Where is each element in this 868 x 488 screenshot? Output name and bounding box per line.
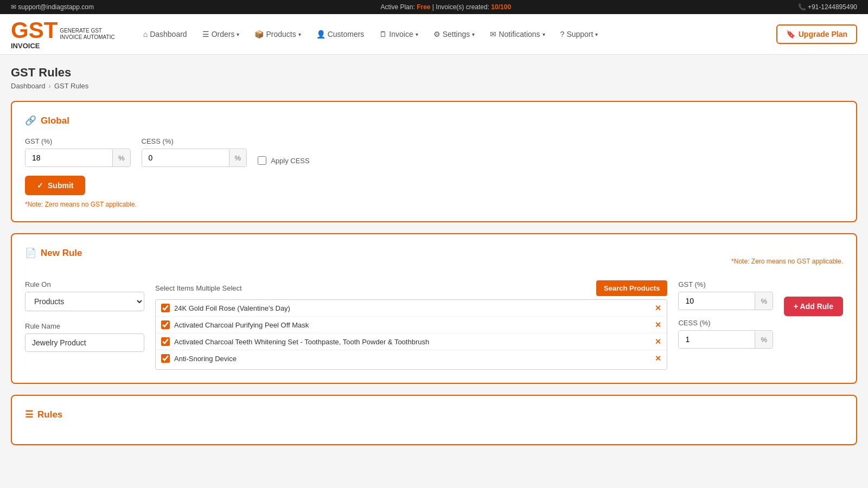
nav-invoice[interactable]: 🗒 Invoice ▾ xyxy=(373,25,424,43)
apply-cess-checkbox[interactable] xyxy=(258,156,266,165)
cess-percent-icon: % xyxy=(229,150,247,166)
new-rule-cess-input-wrapper: % xyxy=(678,330,773,349)
item-label-1: 24K Gold Foil Rose (Valentine's Day) xyxy=(174,304,650,312)
new-rule-header: 📄 New Rule *Note: Zero means no GST appl… xyxy=(25,247,843,269)
item-label-3: Activated Charcoal Teeth Whitening Set -… xyxy=(174,338,650,346)
item-remove-1[interactable]: ✕ xyxy=(655,304,661,312)
rules-title: ☰ Rules xyxy=(25,409,843,420)
cess-input-wrapper: % xyxy=(142,149,247,167)
submit-button[interactable]: ✓ Submit xyxy=(25,176,85,195)
cess-input[interactable] xyxy=(142,149,229,166)
new-rule-form: Rule On Products Customers Categories Ru… xyxy=(25,280,843,370)
orders-icon: ☰ xyxy=(202,30,209,38)
list-item: 24K Gold Foil Rose (Valentine's Day) ✕ xyxy=(156,300,667,317)
logo-gst: GST xyxy=(11,19,58,42)
support-email: ✉ support@indiagstapp.com xyxy=(11,3,94,11)
items-list[interactable]: 24K Gold Foil Rose (Valentine's Day) ✕ A… xyxy=(155,299,667,370)
rule-name-form-group: Rule Name xyxy=(25,322,144,352)
new-rule-cess-input[interactable] xyxy=(679,331,755,348)
select-items-group: Select Items Multiple Select Search Prod… xyxy=(155,280,667,370)
rules-icon: ☰ xyxy=(25,409,33,420)
new-rule-gst-input-wrapper: % xyxy=(678,292,773,310)
new-rule-gst-input[interactable] xyxy=(679,292,755,310)
page-content: GST Rules Dashboard › GST Rules 🔗 Global… xyxy=(0,55,868,467)
global-card-title: 🔗 Global xyxy=(25,115,843,126)
rule-name-input[interactable] xyxy=(25,333,144,352)
new-rule-note: *Note: Zero means no GST applicable. xyxy=(731,258,843,265)
new-rule-gst-group: GST (%) % xyxy=(678,280,773,310)
upgrade-icon: 🔖 xyxy=(786,30,795,38)
logo[interactable]: GST INVOICE GENERATE GSTINVOICE AUTOMATI… xyxy=(11,19,115,50)
breadcrumb-separator: › xyxy=(49,82,51,90)
nav-support[interactable]: ? Support ▾ xyxy=(554,25,605,43)
new-rule-icon: 📄 xyxy=(25,247,36,259)
invoice-chevron: ▾ xyxy=(416,31,418,37)
add-rule-wrapper: + Add Rule xyxy=(784,280,843,316)
nav-links: ⌂ Dashboard ☰ Orders ▾ 📦 Products ▾ 👤 Cu… xyxy=(137,24,857,44)
cess-group: CESS (%) % xyxy=(142,137,247,167)
navbar: GST INVOICE GENERATE GSTINVOICE AUTOMATI… xyxy=(0,14,868,55)
logo-tagline: GENERATE GSTINVOICE AUTOMATIC xyxy=(60,28,114,41)
item-checkbox-1[interactable] xyxy=(161,304,170,312)
select-items-header: Select Items Multiple Select Search Prod… xyxy=(155,280,667,296)
nav-dashboard[interactable]: ⌂ Dashboard xyxy=(137,25,194,43)
breadcrumb: Dashboard › GST Rules xyxy=(11,82,857,90)
customers-icon: 👤 xyxy=(316,30,326,38)
rules-card: ☰ Rules xyxy=(11,395,857,445)
item-checkbox-3[interactable] xyxy=(161,337,170,346)
apply-cess-row: Apply CESS xyxy=(258,156,310,167)
gst-input[interactable] xyxy=(25,149,112,166)
invoice-icon: 🗒 xyxy=(379,30,387,38)
notifications-icon: ✉ xyxy=(490,30,496,38)
settings-chevron: ▾ xyxy=(472,31,475,37)
home-icon: ⌂ xyxy=(143,30,148,38)
list-item: Anti-Snoring Device ✕ xyxy=(156,350,667,367)
new-rule-gst-cess-group: GST (%) % CESS (%) % xyxy=(678,280,773,349)
support-chevron: ▾ xyxy=(595,31,598,37)
global-icon: 🔗 xyxy=(25,115,36,126)
gst-group: GST (%) % xyxy=(25,137,131,167)
item-remove-2[interactable]: ✕ xyxy=(655,320,661,329)
new-rule-gst-label: GST (%) xyxy=(678,280,773,288)
item-remove-4[interactable]: ✕ xyxy=(655,354,661,363)
notifications-chevron: ▾ xyxy=(542,31,545,37)
new-rule-title: 📄 New Rule xyxy=(25,247,82,259)
list-item: Activated Charcoal Teeth Whitening Set -… xyxy=(156,333,667,350)
add-rule-button[interactable]: + Add Rule xyxy=(784,297,843,316)
gst-label: GST (%) xyxy=(25,137,131,145)
nav-products[interactable]: 📦 Products ▾ xyxy=(248,25,307,43)
breadcrumb-home[interactable]: Dashboard xyxy=(11,82,46,90)
list-item: Activated Charcoal Purifying Peel Off Ma… xyxy=(156,317,667,333)
phone-icon: 📞 xyxy=(798,3,806,11)
upgrade-button[interactable]: 🔖 Upgrade Plan xyxy=(776,24,857,44)
phone-number: 📞 +91-1244895490 xyxy=(798,3,857,11)
rule-on-group: Rule On Products Customers Categories Ru… xyxy=(25,280,144,352)
nav-orders[interactable]: ☰ Orders ▾ xyxy=(196,25,246,43)
search-products-button[interactable]: Search Products xyxy=(596,280,667,296)
top-bar: ✉ support@indiagstapp.com Active Plan: F… xyxy=(0,0,868,14)
item-checkbox-2[interactable] xyxy=(161,320,170,329)
nav-settings[interactable]: ⚙ Settings ▾ xyxy=(427,25,482,43)
cess-label: CESS (%) xyxy=(142,137,247,145)
new-rule-cess-label: CESS (%) xyxy=(678,319,773,327)
apply-cess-label: Apply CESS xyxy=(271,157,310,165)
item-checkbox-4[interactable] xyxy=(161,354,170,363)
global-card: 🔗 Global GST (%) % CESS (%) % Apply C xyxy=(11,101,857,222)
rule-on-select[interactable]: Products Customers Categories xyxy=(25,292,144,311)
page-title: GST Rules xyxy=(11,66,857,80)
support-icon: ? xyxy=(560,30,565,38)
item-label-4: Anti-Snoring Device xyxy=(174,355,650,363)
submit-check-icon: ✓ xyxy=(37,181,43,190)
global-form-row: GST (%) % CESS (%) % Apply CESS xyxy=(25,137,843,167)
gst-percent-icon: % xyxy=(112,150,130,166)
nav-notifications[interactable]: ✉ Notifications ▾ xyxy=(483,25,551,43)
new-rule-gst-percent-icon: % xyxy=(755,293,773,310)
breadcrumb-current: GST Rules xyxy=(54,82,88,90)
nav-customers[interactable]: 👤 Customers xyxy=(310,25,371,43)
rule-on-label: Rule On xyxy=(25,280,144,288)
email-icon: ✉ xyxy=(11,3,16,11)
logo-invoice: INVOICE xyxy=(11,42,58,50)
item-remove-3[interactable]: ✕ xyxy=(655,337,661,346)
new-rule-cess-group: CESS (%) % xyxy=(678,319,773,349)
select-items-label: Select Items Multiple Select xyxy=(155,284,242,292)
